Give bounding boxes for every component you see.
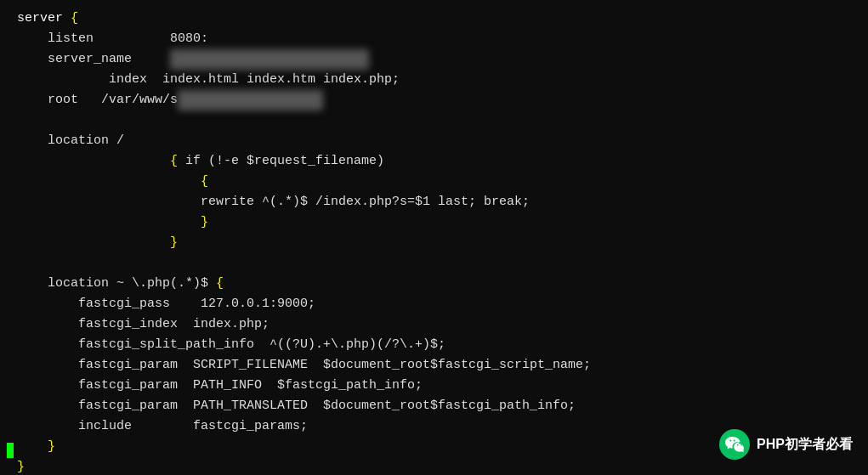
code-line-7: location / (17, 131, 851, 151)
code-editor: server { listen 8080: server_name xxxxxx… (0, 0, 868, 475)
wechat-icon (719, 429, 750, 460)
blurred-server-name: xxxxxxxxxxxxxxxxxxxxxxxxxx (170, 49, 369, 70)
blurred-root-path: xxxxxxxxxxxxxxxxxxx (178, 90, 323, 110)
code-line-10: rewrite ^(.*)$ /index.php?s=$1 last; bre… (17, 192, 851, 212)
watermark-label: PHP初学者必看 (757, 436, 853, 454)
code-line-15: location ~ \.php(.*)$ { (17, 274, 851, 294)
code-line-11: } (17, 212, 851, 233)
code-line-5: root /var/www/sxxxxxxxxxxxxxxxxxxx (17, 90, 851, 110)
code-line-12: } (17, 233, 851, 253)
code-line-2: listen 8080: (17, 29, 851, 49)
code-line-24: } (17, 457, 851, 475)
code-line-20: fastcgi_param PATH_INFO $fastcgi_path_in… (17, 376, 851, 396)
code-line-6 (17, 110, 851, 131)
code-line-18: fastcgi_split_path_info ^((?U).+\.php)(/… (17, 335, 851, 355)
watermark: PHP初学者必看 (719, 429, 853, 460)
code-line-1: server { (17, 8, 851, 29)
terminal-cursor (7, 443, 14, 458)
code-line-16: fastcgi_pass 127.0.0.1:9000; (17, 294, 851, 314)
code-line-8: { if (!-e $request_filename) (17, 151, 851, 172)
code-line-19: fastcgi_param SCRIPT_FILENAME $document_… (17, 355, 851, 376)
code-line-3: server_name xxxxxxxxxxxxxxxxxxxxxxxxxx (17, 49, 851, 70)
code-line-9: { (17, 172, 851, 192)
code-line-17: fastcgi_index index.php; (17, 314, 851, 335)
code-line-21: fastcgi_param PATH_TRANSLATED $document_… (17, 396, 851, 416)
code-line-13 (17, 253, 851, 274)
code-line-4: index index.html index.htm index.php; (17, 70, 851, 90)
